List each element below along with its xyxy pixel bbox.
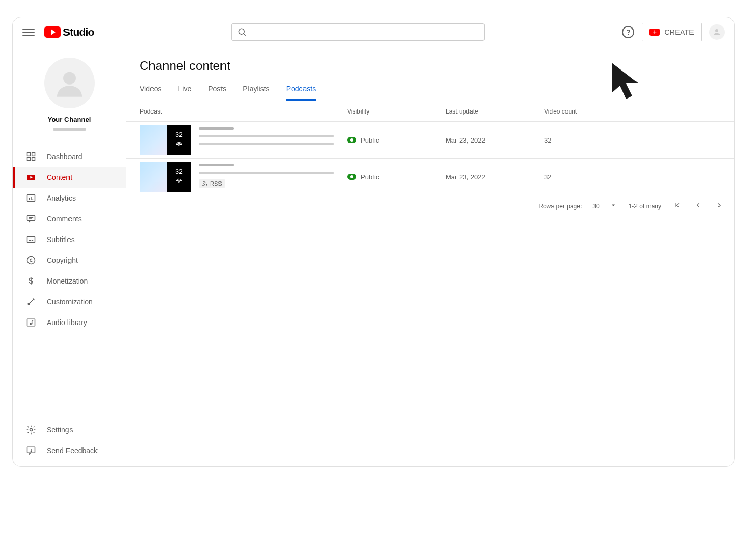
tab-podcasts[interactable]: Podcasts — [286, 77, 316, 101]
next-page-button[interactable] — [715, 202, 723, 211]
svg-rect-7 — [32, 158, 35, 161]
nav-label: Copyright — [47, 256, 78, 264]
nav-label: Comments — [47, 215, 82, 223]
visibility-value: Public — [361, 173, 379, 181]
nav-monetization[interactable]: Monetization — [13, 271, 126, 291]
nav-settings[interactable]: Settings — [13, 419, 126, 440]
svg-point-2 — [715, 29, 718, 32]
table-row[interactable]: 32 RSS Public M — [126, 159, 734, 195]
sidebar-nav: Dashboard Content Analytics Comments Sub… — [13, 146, 126, 333]
nav-subtitles[interactable]: Subtitles — [13, 229, 126, 250]
svg-rect-5 — [32, 153, 35, 156]
pagination: Rows per page: 30 1-2 of many — [126, 195, 734, 217]
youtube-play-icon — [44, 26, 61, 38]
video-count-value: 32 — [544, 173, 721, 181]
svg-point-24 — [30, 429, 33, 431]
pagination-range: 1-2 of many — [629, 203, 661, 210]
chevron-down-icon — [610, 202, 616, 210]
col-video-count: Video count — [544, 108, 721, 115]
nav-audio-library[interactable]: Audio library — [13, 312, 126, 333]
svg-point-27 — [31, 451, 31, 452]
audio-library-icon — [26, 317, 36, 328]
help-icon[interactable]: ? — [622, 26, 634, 38]
col-podcast: Podcast — [140, 108, 347, 115]
first-page-button[interactable] — [674, 202, 681, 211]
subtitles-icon — [26, 234, 36, 245]
rows-per-page-select[interactable]: 30 — [592, 202, 616, 210]
main-content: Channel content Videos Live Posts Playli… — [126, 47, 734, 466]
podcast-icon — [175, 177, 183, 186]
svg-rect-17 — [27, 236, 35, 243]
col-last-update: Last update — [446, 108, 544, 115]
nav-send-feedback[interactable]: Send Feedback — [13, 440, 126, 461]
svg-point-29 — [178, 181, 180, 183]
account-avatar[interactable] — [709, 24, 725, 40]
podcast-thumbnail: 32 — [140, 162, 191, 192]
content-icon — [26, 172, 36, 183]
analytics-icon — [26, 193, 36, 203]
table-header: Podcast Visibility Last update Video cou… — [126, 101, 734, 122]
episode-count: 32 — [175, 131, 182, 138]
create-button[interactable]: CREATE — [642, 23, 702, 41]
dashboard-icon — [26, 151, 36, 162]
podcast-title-placeholder — [199, 125, 334, 145]
svg-point-30 — [203, 185, 204, 186]
podcast-thumbnail: 32 — [140, 125, 191, 155]
sidebar-profile: Your Channel — [13, 47, 126, 141]
nav-label: Content — [47, 173, 72, 181]
channel-avatar[interactable] — [44, 58, 95, 108]
prev-page-button[interactable] — [695, 202, 702, 211]
svg-point-3 — [63, 72, 76, 85]
logo-text: Studio — [63, 26, 94, 38]
create-video-icon — [649, 29, 660, 36]
podcast-title-placeholder: RSS — [199, 162, 334, 188]
page-title: Channel content — [126, 47, 734, 77]
rows-per-page-value: 30 — [592, 203, 599, 210]
rows-per-page-label: Rows per page: — [538, 203, 582, 210]
thumbnail-overlay: 32 — [167, 125, 191, 155]
nav-dashboard[interactable]: Dashboard — [13, 146, 126, 167]
search-input[interactable] — [253, 28, 479, 36]
content-tabs: Videos Live Posts Playlists Podcasts — [126, 77, 734, 101]
svg-marker-31 — [612, 205, 615, 207]
svg-rect-14 — [27, 215, 35, 220]
tab-videos[interactable]: Videos — [140, 77, 162, 101]
create-button-label: CREATE — [664, 28, 694, 36]
svg-point-0 — [239, 29, 245, 34]
last-update-value: Mar 23, 2022 — [446, 136, 544, 144]
tab-posts[interactable]: Posts — [208, 77, 226, 101]
nav-label: Subtitles — [47, 235, 75, 244]
episode-count: 32 — [175, 168, 182, 175]
svg-rect-6 — [27, 158, 31, 161]
nav-label: Monetization — [47, 277, 88, 285]
tab-playlists[interactable]: Playlists — [243, 77, 269, 101]
rss-badge: RSS — [199, 179, 225, 188]
studio-logo[interactable]: Studio — [44, 26, 94, 38]
copyright-icon — [26, 255, 36, 265]
app-header: Studio ? CREATE — [13, 17, 734, 47]
nav-label: Send Feedback — [47, 446, 98, 455]
nav-label: Customization — [47, 298, 93, 306]
nav-copyright[interactable]: Copyright — [13, 250, 126, 271]
svg-point-23 — [30, 323, 32, 325]
channel-sub-placeholder — [53, 128, 86, 131]
nav-comments[interactable]: Comments — [13, 208, 126, 229]
svg-point-20 — [27, 257, 35, 264]
menu-icon[interactable] — [22, 26, 35, 38]
visibility-public-icon — [347, 137, 356, 143]
search-box[interactable] — [231, 23, 485, 41]
video-count-value: 32 — [544, 136, 721, 144]
visibility-public-icon — [347, 174, 356, 180]
monetization-icon — [26, 276, 36, 286]
tab-live[interactable]: Live — [178, 77, 192, 101]
svg-rect-4 — [27, 153, 31, 156]
nav-label: Analytics — [47, 194, 76, 202]
nav-analytics[interactable]: Analytics — [13, 188, 126, 208]
col-visibility: Visibility — [347, 108, 446, 115]
nav-customization[interactable]: Customization — [13, 291, 126, 312]
nav-label: Settings — [47, 426, 73, 434]
channel-name: Your Channel — [48, 116, 91, 123]
table-row[interactable]: 32 Public Mar 23, 2022 32 — [126, 122, 734, 159]
nav-content[interactable]: Content — [13, 167, 126, 188]
last-update-value: Mar 23, 2022 — [446, 173, 544, 181]
